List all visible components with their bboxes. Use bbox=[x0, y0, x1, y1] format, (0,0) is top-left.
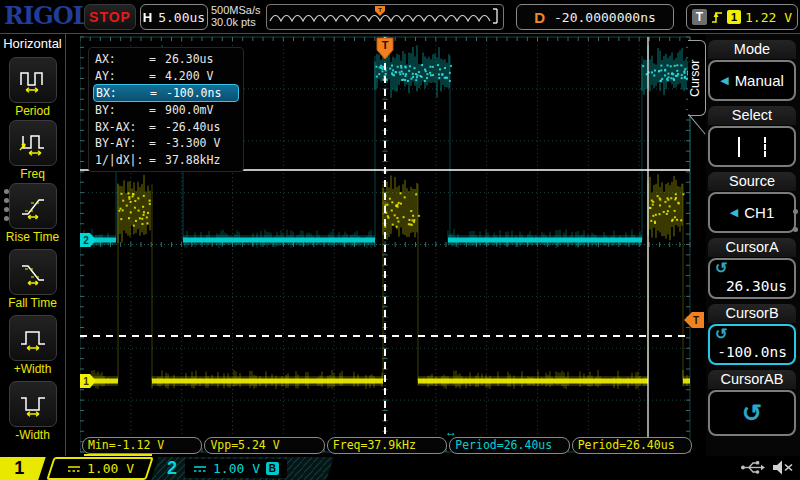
cursor-row-bx-selected[interactable]: BX:=-100.0ns bbox=[93, 84, 239, 102]
dc-coupling-icon bbox=[193, 465, 207, 473]
cursor-row-bxax: BX-AX:=-26.40us bbox=[93, 119, 239, 135]
rise-time-icon bbox=[18, 192, 48, 220]
period-icon bbox=[18, 66, 48, 94]
cursor-row-freq: 1/|dX|:=37.88kHz bbox=[93, 151, 239, 167]
ch1-scale: 1.00 V bbox=[87, 461, 134, 476]
cursor-menu-tab[interactable]: Cursor bbox=[688, 40, 706, 116]
h-label: H bbox=[143, 10, 152, 25]
delay-label: D bbox=[534, 9, 545, 26]
svg-text:1: 1 bbox=[83, 376, 89, 387]
menu-group-cursor-b: CursorB ↺ -100.0ns bbox=[708, 304, 796, 365]
measurement-bar: Min=-1.12 V Vpp=5.24 V Freq=37.9kHz Peri… bbox=[82, 437, 692, 454]
menu-item-fall-time[interactable]: Fall Time bbox=[0, 249, 65, 310]
solid-cursor-line-icon bbox=[738, 137, 740, 157]
svg-text:T: T bbox=[693, 315, 699, 326]
cursor-measurement-overlay: AX:=26.30us AY:=4.200 V BX:=-100.0ns BY:… bbox=[88, 47, 244, 172]
menu-page-dots bbox=[793, 196, 798, 245]
menu-group-cursor-ab: CursorAB ↺ bbox=[708, 370, 796, 436]
bandwidth-limit-badge: B bbox=[266, 462, 279, 475]
measurement-freq[interactable]: Freq=37.9kHz bbox=[327, 437, 447, 454]
channel-status-bar: 1 1.00 V 2 1.00 V B bbox=[0, 456, 800, 480]
cursor-pair-icon: ↔ bbox=[445, 425, 457, 439]
measurement-min[interactable]: Min=-1.12 V bbox=[82, 437, 202, 454]
timebase-value: 5.00us bbox=[158, 10, 205, 25]
rigol-logo: RIGOL bbox=[4, 1, 88, 30]
source-button[interactable]: ◀ CH1 bbox=[708, 192, 796, 233]
trigger-source-badge: 1 bbox=[727, 10, 741, 24]
ch1-badge[interactable]: 1 bbox=[0, 457, 46, 480]
svg-text:T: T bbox=[378, 7, 382, 13]
dashed-cursor-line-icon bbox=[764, 137, 766, 157]
delay-box[interactable]: D -20.0000000ns bbox=[516, 4, 674, 30]
measurement-vpp[interactable]: Vpp=5.24 V bbox=[204, 437, 324, 454]
menu-item-freq[interactable]: Freq bbox=[0, 120, 65, 181]
cursor-row-ay: AY:=4.200 V bbox=[93, 67, 239, 83]
select-button[interactable] bbox=[708, 126, 796, 167]
svg-text:2: 2 bbox=[83, 235, 89, 246]
acquisition-info: 500MSa/s 30.0k pts bbox=[211, 4, 261, 28]
ch2-badge[interactable]: 2 1.00 V B bbox=[151, 457, 333, 480]
mode-button[interactable]: ◀ Manual bbox=[708, 60, 796, 101]
left-menu-horizontal: Horizontal Period Freq Rise Time Fall Ti… bbox=[0, 33, 66, 456]
waveform-preview[interactable]: T bbox=[266, 4, 504, 30]
menu-group-select: Select bbox=[708, 106, 796, 167]
minus-width-icon bbox=[18, 390, 48, 418]
ch2-scale: 1.00 V bbox=[213, 461, 260, 476]
rotary-knob-icon: ↺ bbox=[715, 325, 728, 343]
top-status-bar: RIGOL STOP H 5.00us 500MSa/s 30.0k pts T… bbox=[0, 0, 800, 34]
memory-depth: 30.0k pts bbox=[211, 16, 261, 28]
rotary-knob-icon: ↺ bbox=[742, 399, 762, 427]
trigger-box[interactable]: T 1 1.22 V bbox=[686, 4, 798, 30]
usb-icon bbox=[740, 460, 766, 475]
ch2-scale-box: 1.00 V B bbox=[185, 459, 287, 478]
left-triangle-icon: ◀ bbox=[730, 206, 738, 219]
cursor-ab-button[interactable]: ↺ bbox=[708, 390, 796, 436]
sample-rate: 500MSa/s bbox=[211, 4, 261, 16]
cursor-b-button-selected[interactable]: ↺ -100.0ns bbox=[708, 324, 796, 365]
menu-group-cursor-a: CursorA ↺ 26.30us bbox=[708, 238, 796, 299]
ch1-scale-box[interactable]: 1.00 V bbox=[46, 457, 153, 480]
delay-value: -20.0000000ns bbox=[554, 10, 656, 25]
horizontal-timebase-box[interactable]: H 5.00us bbox=[140, 4, 208, 30]
svg-text:T: T bbox=[382, 39, 389, 51]
dc-coupling-icon bbox=[67, 465, 81, 473]
speaker-muted-icon[interactable] bbox=[772, 459, 796, 476]
measurement-period-ch2[interactable]: Period=26.40us bbox=[449, 437, 569, 454]
rising-edge-icon bbox=[711, 9, 723, 25]
plus-width-icon bbox=[18, 324, 48, 352]
menu-scroll-dots bbox=[4, 185, 9, 225]
cursor-row-byay: BY-AY:=-3.300 V bbox=[93, 135, 239, 151]
cursor-row-by: BY:=900.0mV bbox=[93, 102, 239, 118]
freq-icon bbox=[18, 129, 48, 157]
fall-time-icon bbox=[18, 258, 48, 286]
menu-item-minus-width[interactable]: -Width bbox=[0, 381, 65, 442]
menu-group-mode: Mode ◀ Manual bbox=[708, 40, 796, 101]
menu-group-source: Source ◀ CH1 bbox=[708, 172, 796, 233]
cursor-a-button[interactable]: ↺ 26.30us bbox=[708, 258, 796, 299]
trigger-level-value: 1.22 V bbox=[745, 10, 792, 25]
left-triangle-icon: ◀ bbox=[720, 74, 728, 87]
measurement-period-ch1[interactable]: Period=26.40us bbox=[572, 437, 692, 454]
preview-wave: T bbox=[267, 5, 501, 27]
right-menu-panel: Mode ◀ Manual Select Source ◀ CH1 Cursor… bbox=[706, 33, 800, 456]
trigger-label: T bbox=[692, 9, 707, 25]
menu-item-plus-width[interactable]: +Width bbox=[0, 315, 65, 376]
menu-item-period[interactable]: Period bbox=[0, 57, 65, 118]
run-state-badge[interactable]: STOP bbox=[84, 4, 136, 30]
ch1-burst-trace bbox=[118, 174, 684, 381]
ch2-number: 2 bbox=[167, 458, 177, 479]
menu-item-rise-time[interactable]: Rise Time bbox=[0, 183, 65, 244]
cursor-row-ax: AX:=26.30us bbox=[93, 51, 239, 67]
trigger-level-marker[interactable]: T bbox=[684, 312, 704, 328]
left-menu-title: Horizontal bbox=[0, 33, 65, 51]
rotary-knob-icon: ↺ bbox=[715, 259, 728, 277]
